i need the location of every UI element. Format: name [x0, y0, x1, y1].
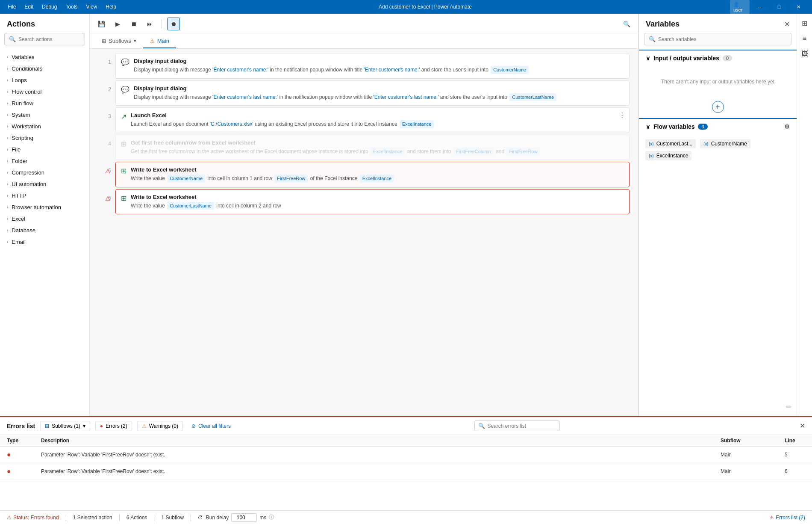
action-group-ui-automation[interactable]: › UI automation: [0, 178, 89, 190]
step-number: 4: [98, 135, 111, 147]
variables-search-input[interactable]: [658, 36, 787, 42]
action-group-flow-control[interactable]: › Flow control: [0, 86, 89, 98]
step-description: Write the value CustomerLastName into ce…: [131, 202, 281, 210]
variable-tag: FirstFreeColumn: [453, 148, 494, 156]
excel-icon: ⊞: [121, 194, 127, 202]
run-delay-input[interactable]: [231, 513, 257, 522]
step-card-5[interactable]: ⊞ Write to Excel worksheet Write the val…: [115, 162, 630, 187]
errors-list-link[interactable]: ⚠ Errors list (2): [769, 515, 805, 521]
action-group-file[interactable]: › File: [0, 144, 89, 155]
actions-search-input[interactable]: [18, 36, 82, 42]
warning-icon: ⚠: [142, 423, 147, 429]
action-group-workstation[interactable]: › Workstation: [0, 121, 89, 132]
action-group-excel[interactable]: › Excel: [0, 213, 89, 225]
errors-filter-button[interactable]: ● Errors (2): [95, 421, 132, 431]
layers-side-icon[interactable]: ≡: [799, 33, 811, 44]
maximize-button[interactable]: □: [769, 0, 789, 14]
step-menu-button[interactable]: ⋮: [619, 111, 626, 119]
action-group-browser-automation[interactable]: › Browser automation: [0, 201, 89, 213]
step-card-6[interactable]: ⊞ Write to Excel worksheet Write the val…: [115, 189, 630, 215]
actions-count-text: 6 Actions: [127, 515, 147, 521]
record-button[interactable]: ⏺: [167, 18, 180, 30]
action-group-label: Database: [12, 227, 35, 234]
search-button[interactable]: 🔍: [620, 18, 633, 30]
tab-subflows[interactable]: ⊞ Subflows ▾: [95, 34, 143, 48]
eraser-icon[interactable]: ✏: [786, 403, 791, 411]
variable-tag: CustomerName: [167, 175, 205, 183]
action-group-scripting[interactable]: › Scripting: [0, 132, 89, 144]
error-row-2[interactable]: ● Parameter 'Row': Variable 'FirstFreeRo…: [0, 463, 812, 480]
variable-item-excelinstance[interactable]: {x} ExcelInstance: [645, 151, 691, 160]
errors-search-box[interactable]: 🔍: [474, 420, 560, 431]
action-group-label: Variables: [12, 54, 34, 60]
menu-view[interactable]: View: [82, 0, 101, 14]
status-text: Status: Errors found: [13, 515, 59, 521]
variables-search-box[interactable]: 🔍: [644, 33, 791, 45]
next-button[interactable]: ⏭: [144, 18, 156, 30]
warnings-filter-button[interactable]: ⚠ Warnings (0): [137, 421, 183, 431]
error-icon: ⚠: [769, 515, 774, 521]
window-controls[interactable]: 👤 user ─ □ ✕: [730, 0, 809, 14]
chevron-icon: ›: [7, 159, 8, 163]
filter-icon[interactable]: ⚙: [784, 123, 790, 130]
variables-close-button[interactable]: ✕: [784, 20, 790, 28]
error-subflow: Main: [714, 463, 778, 480]
run-button[interactable]: ▶: [111, 18, 124, 30]
action-group-email[interactable]: › Email: [0, 236, 89, 248]
subflows-filter-button[interactable]: ⊞ Subflows (1) ▾: [40, 421, 90, 431]
action-group-folder[interactable]: › Folder: [0, 155, 89, 167]
save-button[interactable]: 💾: [95, 18, 108, 30]
step-title: Get first free column/row from Excel wor…: [131, 139, 541, 146]
step-card-4[interactable]: ⊞ Get first free column/row from Excel w…: [115, 135, 630, 160]
variable-item-customerlast[interactable]: {x} CustomerLast...: [645, 139, 696, 148]
dialog-icon: 💬: [121, 58, 129, 66]
chevron-icon: ›: [7, 193, 8, 198]
action-group-variables[interactable]: › Variables: [0, 51, 89, 63]
action-group-run-flow[interactable]: › Run flow: [0, 98, 89, 109]
action-group-compression[interactable]: › Compression: [0, 167, 89, 178]
tab-subflows-label: Subflows: [109, 38, 131, 44]
menu-edit[interactable]: Edit: [20, 0, 38, 14]
action-group-database[interactable]: › Database: [0, 225, 89, 236]
menu-help[interactable]: Help: [101, 0, 121, 14]
empty-message: There aren't any input or output variabl…: [639, 66, 797, 98]
chevron-icon: ›: [7, 136, 8, 140]
clear-filters-button[interactable]: ⊘ Clear all filters: [188, 421, 234, 431]
errors-close-button[interactable]: ✕: [800, 422, 805, 430]
action-group-http[interactable]: › HTTP: [0, 190, 89, 201]
variables-header: Variables ✕: [639, 14, 797, 33]
errors-search-input[interactable]: [488, 423, 556, 429]
action-group-label: Compression: [12, 169, 44, 176]
add-variable-button[interactable]: +: [712, 101, 724, 113]
stop-button[interactable]: ⏹: [127, 18, 140, 30]
menu-debug[interactable]: Debug: [38, 0, 61, 14]
action-group-label: Run flow: [12, 100, 33, 107]
menu-bar[interactable]: File Edit Debug Tools View Help: [3, 0, 121, 14]
error-subflow: Main: [714, 447, 778, 463]
variables-side-icon[interactable]: ⊞: [799, 17, 811, 29]
actions-search-box[interactable]: 🔍: [4, 33, 85, 45]
action-group-label: Scripting: [12, 135, 33, 141]
variable-item-customername[interactable]: {x} CustomerName: [700, 139, 750, 148]
step-card-3[interactable]: ⋮ ↗ Launch Excel Launch Excel and open d…: [115, 107, 630, 133]
section-label: Input / output variables: [653, 55, 719, 62]
image-side-icon[interactable]: 🖼: [799, 48, 811, 60]
step-number: 2: [98, 80, 111, 92]
variable-type-icon: {x}: [649, 142, 654, 146]
flow-variables-header[interactable]: ∨ Flow variables 3 ⚙: [639, 119, 797, 134]
step-card-2[interactable]: 💬 Display input dialog Display input dia…: [115, 80, 630, 106]
action-group-system[interactable]: › System: [0, 109, 89, 121]
error-row-1[interactable]: ● Parameter 'Row': Variable 'FirstFreeRo…: [0, 447, 812, 463]
input-output-header[interactable]: ∨ Input / output variables 0: [639, 50, 797, 66]
menu-file[interactable]: File: [3, 0, 20, 14]
close-button[interactable]: ✕: [789, 0, 809, 14]
menu-tools[interactable]: Tools: [61, 0, 82, 14]
action-group-conditionals[interactable]: › Conditionals: [0, 63, 89, 74]
step-number: 3: [98, 107, 111, 119]
minimize-button[interactable]: ─: [750, 0, 769, 14]
tab-main[interactable]: ⚠ Main: [143, 34, 176, 48]
action-group-loops[interactable]: › Loops: [0, 74, 89, 86]
flow-step-4: 4 ⊞ Get first free column/row from Excel…: [98, 135, 630, 160]
step-card-1[interactable]: 💬 Display input dialog Display input dia…: [115, 53, 630, 79]
info-icon: ⓘ: [269, 514, 274, 521]
